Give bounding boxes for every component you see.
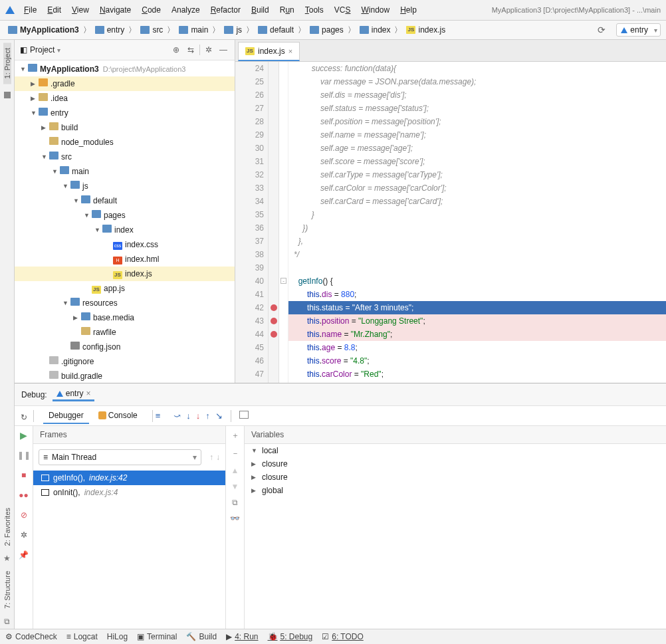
- status-debug[interactable]: 🐞 5: Debug: [268, 632, 313, 641]
- line-number[interactable]: 24: [235, 62, 264, 75]
- step-over-icon[interactable]: ⤻: [173, 411, 181, 421]
- tree-arrow-icon[interactable]: [52, 165, 60, 177]
- breakpoint-slot[interactable]: [269, 314, 278, 328]
- menu-code[interactable]: Code: [136, 3, 166, 17]
- tree-row[interactable]: rawfile: [15, 325, 235, 340]
- tree-row[interactable]: resources: [15, 296, 235, 310]
- prev-frame-icon[interactable]: ↑: [207, 453, 216, 462]
- breakpoint-icon[interactable]: [271, 304, 277, 311]
- line-number[interactable]: 29: [235, 128, 264, 142]
- breakpoint-slot[interactable]: [269, 301, 278, 314]
- breakpoint-icon[interactable]: [271, 331, 277, 338]
- code-line[interactable]: this.position = "Longgang Street";: [288, 314, 666, 328]
- breakpoint-slot[interactable]: [269, 88, 278, 102]
- new-watch-icon[interactable]: ＋: [231, 430, 239, 441]
- editor-body[interactable]: 2425262728293031323334353637383940414243…: [235, 62, 666, 383]
- tree-row[interactable]: base.media: [15, 310, 235, 325]
- move-down-icon[interactable]: ▼: [231, 482, 239, 491]
- resume-program-icon[interactable]: ▶: [17, 429, 31, 442]
- menu-tools[interactable]: Tools: [300, 3, 329, 17]
- tree-row[interactable]: node_modules: [15, 135, 235, 150]
- frame-row[interactable]: onInit(), index.js:4: [33, 485, 225, 500]
- tree-row[interactable]: MyApplication3D:\project\MyApplication3: [15, 62, 235, 76]
- breakpoint-slot[interactable]: [269, 195, 278, 208]
- copy-icon[interactable]: ⧉: [232, 498, 238, 507]
- menu-window[interactable]: Window: [356, 3, 395, 17]
- step-into-icon[interactable]: ↓: [186, 411, 191, 421]
- breakpoint-slot[interactable]: [269, 102, 278, 115]
- console-tab[interactable]: Console: [93, 408, 143, 424]
- close-tab-icon[interactable]: ×: [288, 47, 292, 55]
- evaluate-expression-icon[interactable]: [239, 411, 249, 421]
- menu-build[interactable]: Build: [246, 3, 275, 17]
- breakpoint-slot[interactable]: [269, 168, 278, 181]
- tree-row[interactable]: .gitignore: [15, 354, 235, 369]
- code-line[interactable]: self.age = message['age'];: [288, 142, 666, 155]
- breadcrumb-item[interactable]: js: [221, 24, 245, 36]
- code-line[interactable]: getInfo() {: [288, 274, 666, 288]
- tree-arrow-icon[interactable]: [41, 151, 49, 163]
- editor-tab-index-js[interactable]: JS index.js ×: [238, 42, 300, 61]
- breakpoint-slot[interactable]: [269, 288, 278, 301]
- status-todo[interactable]: ☑ 6: TODO: [322, 632, 364, 641]
- status-logcat[interactable]: ≡ Logcat: [66, 632, 98, 641]
- tree-arrow-icon[interactable]: [73, 195, 81, 207]
- breadcrumb-item[interactable]: default: [255, 24, 296, 36]
- status-hilog[interactable]: HiLog: [107, 632, 128, 641]
- code-line[interactable]: },: [288, 235, 666, 248]
- move-up-icon[interactable]: ▲: [231, 466, 239, 475]
- code-area[interactable]: success: function(data){ var message = J…: [288, 62, 666, 383]
- project-tree[interactable]: MyApplication3D:\project\MyApplication3.…: [15, 60, 235, 383]
- frame-list[interactable]: getInfo(), index.js:42onInit(), index.js…: [33, 471, 225, 629]
- code-line[interactable]: this.status = "After 3 minutes";: [288, 301, 666, 314]
- show-watches-icon[interactable]: 👓: [230, 514, 240, 523]
- code-line[interactable]: this.carColor = "Red";: [288, 368, 666, 381]
- breakpoint-slot[interactable]: [269, 341, 278, 354]
- breakpoint-slot[interactable]: [269, 181, 278, 195]
- code-line[interactable]: self.carCard = message['carCard'];: [288, 195, 666, 208]
- tree-row[interactable]: JSindex.js: [15, 267, 235, 281]
- code-line[interactable]: self.name = message['name'];: [288, 128, 666, 142]
- code-line[interactable]: self.dis = message['dis'];: [288, 88, 666, 102]
- line-number[interactable]: 26: [235, 88, 264, 102]
- show-execution-point-icon[interactable]: ≡: [156, 411, 161, 421]
- run-configuration-combo[interactable]: entry: [616, 23, 661, 37]
- breadcrumb-item[interactable]: MyApplication3: [5, 24, 82, 36]
- run-to-cursor-icon[interactable]: ↘: [215, 411, 223, 421]
- force-step-into-icon[interactable]: ↓: [196, 411, 201, 421]
- tree-arrow-icon[interactable]: [84, 209, 92, 221]
- line-number[interactable]: 40: [235, 274, 264, 288]
- code-line[interactable]: self.score = message['score'];: [288, 155, 666, 168]
- breakpoint-slot[interactable]: [269, 208, 278, 221]
- variable-row[interactable]: closure: [245, 457, 666, 471]
- breakpoint-slot[interactable]: [269, 261, 278, 274]
- line-number[interactable]: 31: [235, 155, 264, 168]
- tree-arrow-icon[interactable]: [73, 312, 81, 324]
- frame-row[interactable]: getInfo(), index.js:42: [33, 471, 225, 485]
- code-line[interactable]: }): [288, 221, 666, 235]
- close-debug-tab-icon[interactable]: ×: [86, 389, 90, 398]
- line-number[interactable]: 47: [235, 368, 264, 381]
- variable-row[interactable]: local: [245, 444, 666, 457]
- settings-gear-icon[interactable]: ✲: [203, 44, 215, 56]
- breakpoint-slot[interactable]: [269, 128, 278, 142]
- breakpoint-slot[interactable]: [269, 235, 278, 248]
- code-line[interactable]: self.carType = message['carType'];: [288, 168, 666, 181]
- breakpoint-slot[interactable]: [269, 248, 278, 261]
- side-tab-favorites[interactable]: 2: Favorites: [3, 502, 11, 551]
- breadcrumb-item[interactable]: index: [357, 24, 393, 36]
- fold-icon[interactable]: -: [280, 278, 286, 284]
- breadcrumb-item[interactable]: JSindex.js: [403, 24, 448, 36]
- variables-list[interactable]: localclosureclosureglobal: [245, 444, 666, 629]
- menu-run[interactable]: Run: [275, 3, 300, 17]
- code-line[interactable]: this.age = 8.8;: [288, 341, 666, 354]
- tree-arrow-icon[interactable]: [31, 92, 39, 104]
- menu-analyze[interactable]: Analyze: [166, 3, 205, 17]
- breakpoint-slot[interactable]: [269, 142, 278, 155]
- code-line[interactable]: [288, 261, 666, 274]
- breakpoint-slot[interactable]: [269, 354, 278, 368]
- code-line[interactable]: this.score = "4.8";: [288, 354, 666, 368]
- line-number[interactable]: 34: [235, 195, 264, 208]
- fold-gutter[interactable]: -: [279, 62, 288, 383]
- tree-arrow-icon[interactable]: [31, 78, 39, 90]
